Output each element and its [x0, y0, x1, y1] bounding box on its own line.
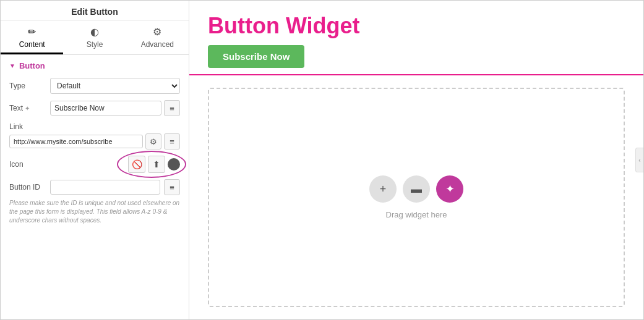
widget-title: Button Widget [189, 1, 643, 45]
section-header: ▼ Button [9, 61, 180, 70]
type-control: Default Info Success Warning Danger [50, 78, 180, 94]
button-id-input[interactable] [50, 180, 160, 195]
helper-text: Please make sure the ID is unique and no… [9, 199, 180, 225]
text-control: ≡ [50, 100, 180, 116]
subscribe-btn-wrap: Subscribe Now [189, 45, 643, 75]
tab-content-label: Content [19, 40, 45, 49]
icon-label: Icon [9, 160, 46, 169]
type-label: Type [9, 82, 46, 90]
icon-row: Icon 🚫 ⬆ [9, 156, 180, 173]
button-id-label: Button ID [9, 183, 46, 192]
type-row: Type Default Info Success Warning Danger [9, 78, 180, 94]
pencil-icon: ✏ [28, 26, 36, 38]
half-circle-icon: ◐ [90, 26, 99, 38]
gear-icon: ⚙ [153, 26, 161, 38]
text-label: Text ✦ [9, 104, 46, 112]
text-list-btn[interactable]: ≡ [164, 100, 180, 116]
tab-style[interactable]: ◐ Style [63, 21, 126, 54]
icon-controls: 🚫 ⬆ [128, 156, 180, 173]
drag-icons: + ▬ ✦ [369, 175, 463, 203]
link-list-btn[interactable]: ≡ [164, 133, 180, 149]
left-panel: Edit Button ✏ Content ◐ Style ⚙ Advanced… [1, 1, 189, 319]
link-settings-btn[interactable]: ⚙ [145, 133, 161, 149]
subscribe-button[interactable]: Subscribe Now [208, 45, 304, 68]
text-sparkle-icon: ✦ [25, 105, 30, 112]
button-id-list-btn[interactable]: ≡ [164, 179, 180, 195]
tab-advanced-label: Advanced [141, 40, 174, 49]
type-select[interactable]: Default Info Success Warning Danger [50, 78, 180, 94]
right-panel: Button Widget Subscribe Now + ▬ ✦ Drag w… [189, 1, 643, 319]
sparkle-widget-btn[interactable]: ✦ [436, 175, 463, 203]
link-input-wrap: ⚙ ≡ [9, 133, 180, 149]
drag-area: + ▬ ✦ Drag widget here [208, 88, 625, 307]
tabs: ✏ Content ◐ Style ⚙ Advanced [1, 21, 189, 55]
icon-circle-btn[interactable] [168, 158, 180, 171]
link-label: Link [9, 122, 180, 131]
collapse-handle[interactable]: ‹ [635, 148, 644, 172]
tab-advanced[interactable]: ⚙ Advanced [126, 21, 189, 54]
folder-widget-btn[interactable]: ▬ [403, 175, 430, 203]
panel-content: ▼ Button Type Default Info Success Warni… [1, 55, 189, 319]
drag-text: Drag widget here [386, 210, 447, 219]
tab-style-label: Style [87, 40, 103, 49]
link-input[interactable] [9, 135, 143, 148]
section-label: Button [19, 61, 45, 70]
icon-upload-btn[interactable]: ⬆ [148, 156, 165, 173]
icon-no-icon-btn[interactable]: 🚫 [128, 156, 145, 173]
add-widget-btn[interactable]: + [369, 175, 397, 203]
section-arrow-icon: ▼ [9, 62, 15, 69]
tab-content[interactable]: ✏ Content [1, 21, 63, 54]
button-id-row: Button ID ≡ [9, 179, 180, 195]
text-input[interactable] [50, 101, 161, 116]
link-row: Link ⚙ ≡ [9, 122, 180, 149]
text-row: Text ✦ ≡ [9, 100, 180, 116]
panel-header: Edit Button [1, 1, 189, 21]
